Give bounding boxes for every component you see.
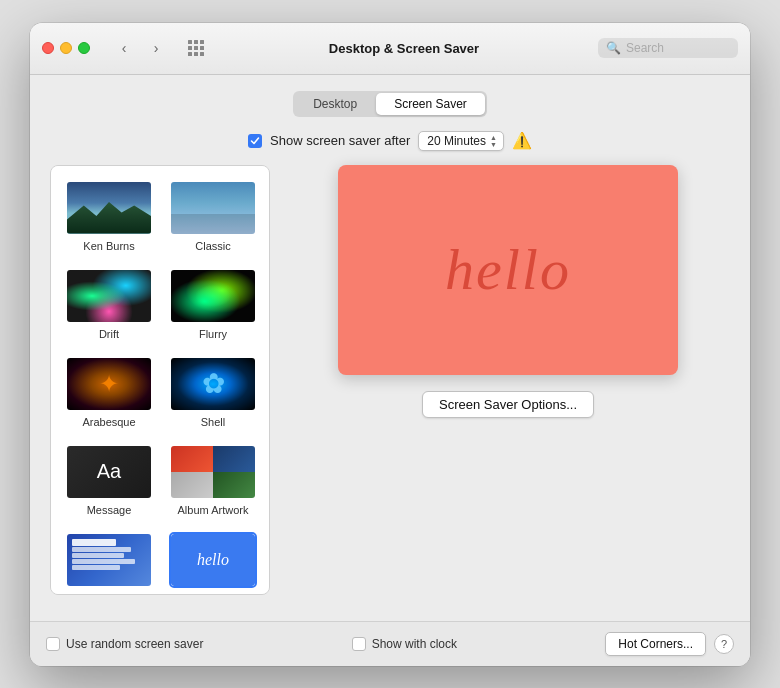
ss-item-arabesque[interactable]: Arabesque xyxy=(61,352,157,432)
album-cell-1 xyxy=(171,446,213,472)
ss-label-classic: Classic xyxy=(195,240,230,252)
ss-label-flurry: Flurry xyxy=(199,328,227,340)
ss-thumb-message: Aa xyxy=(65,444,153,500)
hello-preview: hello xyxy=(171,534,255,586)
ss-item-album[interactable]: Album Artwork xyxy=(165,440,261,520)
maximize-button[interactable] xyxy=(78,42,90,54)
main-row: Ken Burns Classic Drift xyxy=(50,165,730,595)
time-dropdown[interactable]: 20 Minutes ▲ ▼ xyxy=(418,131,504,151)
close-button[interactable] xyxy=(42,42,54,54)
search-box[interactable]: 🔍 xyxy=(598,38,738,58)
tab-group: Desktop Screen Saver xyxy=(293,91,487,117)
grid-icon xyxy=(188,40,204,56)
ss-thumb-arabesque xyxy=(65,356,153,412)
ss-item-flurry[interactable]: Flurry xyxy=(165,264,261,344)
ss-thumb-drift xyxy=(65,268,153,324)
nav-buttons: ‹ › xyxy=(110,34,170,62)
drift-preview xyxy=(67,270,151,322)
tab-bar: Desktop Screen Saver xyxy=(50,91,730,117)
ss-label-album: Album Artwork xyxy=(178,504,249,516)
word-line-5 xyxy=(72,565,120,570)
forward-button[interactable]: › xyxy=(142,34,170,62)
album-cell-2 xyxy=(213,446,255,472)
ss-label-kenburns: Ken Burns xyxy=(83,240,134,252)
album-cell-3 xyxy=(171,472,213,498)
preview-frame: hello xyxy=(338,165,678,375)
show-after-label: Show screen saver after xyxy=(270,133,410,148)
preview-panel: hello Screen Saver Options... xyxy=(286,165,730,595)
ss-label-arabesque: Arabesque xyxy=(82,416,135,428)
ss-item-drift[interactable]: Drift xyxy=(61,264,157,344)
main-window: ‹ › Desktop & Screen Saver 🔍 Desktop Scr… xyxy=(30,23,750,666)
shell-preview xyxy=(171,358,255,410)
dropdown-arrows: ▲ ▼ xyxy=(490,134,497,148)
titlebar: ‹ › Desktop & Screen Saver 🔍 xyxy=(30,23,750,75)
back-button[interactable]: ‹ xyxy=(110,34,138,62)
bottom-center: Show with clock xyxy=(219,637,589,651)
warning-icon: ⚠️ xyxy=(512,131,532,150)
time-value: 20 Minutes xyxy=(427,134,486,148)
bottom-left: Use random screen saver xyxy=(46,637,203,651)
ss-item-message[interactable]: Aa Message xyxy=(61,440,157,520)
ss-label-shell: Shell xyxy=(201,416,225,428)
kenburns-preview xyxy=(67,182,151,234)
window-title: Desktop & Screen Saver xyxy=(218,41,590,56)
ss-item-shell[interactable]: Shell xyxy=(165,352,261,432)
bottom-bar: Use random screen saver Show with clock … xyxy=(30,621,750,666)
ss-thumb-hello: hello xyxy=(169,532,257,588)
word-line-3 xyxy=(72,553,124,558)
ss-thumb-album xyxy=(169,444,257,500)
content-area: Desktop Screen Saver Show screen saver a… xyxy=(30,75,750,611)
traffic-lights xyxy=(42,42,90,54)
album-cell-4 xyxy=(213,472,255,498)
search-icon: 🔍 xyxy=(606,41,621,55)
app-grid-button[interactable] xyxy=(182,34,210,62)
search-input[interactable] xyxy=(626,41,726,55)
help-button[interactable]: ? xyxy=(714,634,734,654)
ss-item-hello[interactable]: hello Hello xyxy=(165,528,261,595)
ss-thumb-shell xyxy=(169,356,257,412)
checkmark-icon xyxy=(250,136,260,146)
ss-item-classic[interactable]: Classic xyxy=(165,176,261,256)
show-after-checkbox[interactable] xyxy=(248,134,262,148)
classic-preview xyxy=(171,182,255,234)
ss-label-message: Message xyxy=(87,504,132,516)
hello-preview-text: hello xyxy=(197,551,229,569)
ss-thumb-kenburns xyxy=(65,180,153,236)
screen-saver-options-button[interactable]: Screen Saver Options... xyxy=(422,391,594,418)
arabesque-preview xyxy=(67,358,151,410)
clock-label: Show with clock xyxy=(372,637,457,651)
minimize-button[interactable] xyxy=(60,42,72,54)
ss-item-word[interactable]: Word of the Day xyxy=(61,528,157,595)
word-line-2 xyxy=(72,547,131,552)
ss-label-word: Word of the Day xyxy=(69,592,148,595)
ss-thumb-classic xyxy=(169,180,257,236)
random-checkbox[interactable] xyxy=(46,637,60,651)
tab-desktop[interactable]: Desktop xyxy=(295,93,375,115)
random-label: Use random screen saver xyxy=(66,637,203,651)
ss-label-hello: Hello xyxy=(200,592,225,595)
bottom-right: Hot Corners... ? xyxy=(605,632,734,656)
screensaver-list: Ken Burns Classic Drift xyxy=(50,165,270,595)
preview-hello-text: hello xyxy=(445,236,571,303)
word-line-4 xyxy=(72,559,135,564)
ss-thumb-word xyxy=(65,532,153,588)
hot-corners-button[interactable]: Hot Corners... xyxy=(605,632,706,656)
clock-checkbox[interactable] xyxy=(352,637,366,651)
screensaver-grid: Ken Burns Classic Drift xyxy=(51,166,269,595)
ss-label-drift: Drift xyxy=(99,328,119,340)
word-line-1 xyxy=(72,539,116,546)
ss-thumb-flurry xyxy=(169,268,257,324)
word-preview xyxy=(67,534,151,586)
message-preview: Aa xyxy=(67,446,151,498)
flurry-preview xyxy=(171,270,255,322)
ss-item-kenburns[interactable]: Ken Burns xyxy=(61,176,157,256)
tab-screensaver[interactable]: Screen Saver xyxy=(376,93,485,115)
show-after-row: Show screen saver after 20 Minutes ▲ ▼ ⚠… xyxy=(50,131,730,151)
album-preview xyxy=(171,446,255,498)
